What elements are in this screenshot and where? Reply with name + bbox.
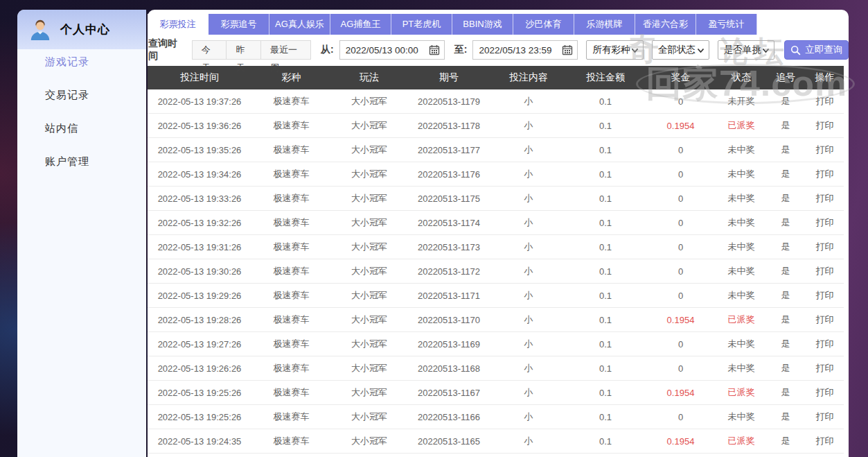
filter-select-2[interactable]: 全部状态 xyxy=(652,40,709,60)
cell-amount: 0.1 xyxy=(567,193,644,204)
cell-play: 大小冠军 xyxy=(331,338,407,350)
tab-1[interactable]: 彩票投注 xyxy=(148,14,209,35)
cell-period: 20220513-1168 xyxy=(407,363,490,374)
cell-period: 20220513-1174 xyxy=(407,218,490,228)
from-date-input[interactable]: 2022/05/13 00:00 xyxy=(339,40,445,60)
cell-status: 未中奖 xyxy=(717,362,765,374)
cell-prize: 0 xyxy=(644,363,717,374)
cell-status: 已派奖 xyxy=(717,386,765,399)
cell-prize: 0 xyxy=(644,145,717,155)
cell-amount: 0.1 xyxy=(567,266,644,277)
table-row: 2022-05-13 19:33:26极速赛车大小冠军20220513-1175… xyxy=(148,187,844,211)
search-icon xyxy=(790,45,801,55)
print-link[interactable]: 打印 xyxy=(816,290,834,300)
sidebar-item-1[interactable]: 游戏记录 xyxy=(17,45,146,78)
print-link[interactable]: 打印 xyxy=(816,411,834,422)
cell-lottery: 极速赛车 xyxy=(251,313,331,326)
tab-3[interactable]: AG真人娱乐 xyxy=(269,14,330,35)
cell-chase: 是 xyxy=(765,241,806,253)
cell-content: 小 xyxy=(490,144,567,156)
cell-chase: 是 xyxy=(765,289,806,302)
to-date-value: 2022/05/13 23:59 xyxy=(479,45,556,55)
cell-chase: 是 xyxy=(765,95,806,107)
cell-amount: 0.1 xyxy=(567,145,644,155)
tab-2[interactable]: 彩票追号 xyxy=(209,14,269,35)
print-link[interactable]: 打印 xyxy=(816,217,834,227)
table-header-row: 投注时间彩种玩法期号投注内容投注金额奖金状态追号操作 xyxy=(148,66,844,89)
cell-chase: 是 xyxy=(765,216,806,229)
cell-lottery: 极速赛车 xyxy=(251,192,331,205)
filter-select-value: 全部状态 xyxy=(658,44,696,56)
table-row: 2022-05-13 19:26:26极速赛车大小冠军20220513-1168… xyxy=(148,356,844,381)
print-link[interactable]: 打印 xyxy=(816,338,834,349)
cell-lottery: 极速赛车 xyxy=(251,95,331,107)
calendar-icon[interactable] xyxy=(429,44,440,55)
cell-prize: 0.1954 xyxy=(644,436,717,447)
column-header-3: 玩法 xyxy=(331,71,407,84)
cell-time: 2022-05-13 19:34:26 xyxy=(148,169,251,180)
cell-prize: 0 xyxy=(644,412,717,422)
cell-status: 已派奖 xyxy=(717,435,765,447)
print-link[interactable]: 打印 xyxy=(816,169,834,179)
print-link[interactable]: 打印 xyxy=(816,96,834,106)
print-link[interactable]: 打印 xyxy=(816,120,834,130)
tab-8[interactable]: 乐游棋牌 xyxy=(574,14,635,35)
bets-table: 投注时间彩种玩法期号投注内容投注金额奖金状态追号操作 2022-05-13 19… xyxy=(148,66,844,454)
cell-status: 已派奖 xyxy=(717,313,765,326)
cell-chase: 是 xyxy=(765,168,806,180)
cell-time: 2022-05-13 19:31:26 xyxy=(148,242,251,252)
calendar-icon[interactable] xyxy=(562,44,573,55)
cell-action: 打印 xyxy=(806,241,844,253)
column-header-8: 状态 xyxy=(717,71,765,84)
cell-lottery: 极速赛车 xyxy=(251,119,331,132)
cell-content: 小 xyxy=(490,338,567,350)
cell-lottery: 极速赛车 xyxy=(251,289,331,302)
search-button-label: 立即查询 xyxy=(805,44,842,56)
table-row: 2022-05-13 19:25:26极速赛车大小冠军20220513-1167… xyxy=(148,381,844,405)
column-header-5: 投注内容 xyxy=(490,71,567,84)
to-date-input[interactable]: 2022/05/13 23:59 xyxy=(472,40,578,60)
cell-content: 小 xyxy=(490,168,567,180)
cell-lottery: 极速赛车 xyxy=(251,265,331,277)
print-link[interactable]: 打印 xyxy=(816,314,834,325)
quick-range-group: 今天昨天最近一周 xyxy=(193,40,311,60)
cell-lottery: 极速赛车 xyxy=(251,362,331,374)
tab-9[interactable]: 香港六合彩 xyxy=(635,14,696,35)
to-label: 至: xyxy=(454,44,468,56)
filter-select-1[interactable]: 所有彩种 xyxy=(586,40,644,60)
print-link[interactable]: 打印 xyxy=(816,193,834,203)
print-link[interactable]: 打印 xyxy=(816,436,834,446)
print-link[interactable]: 打印 xyxy=(816,363,834,373)
quick-range-button-2[interactable]: 昨天 xyxy=(226,40,261,60)
cell-action: 打印 xyxy=(806,313,844,326)
cell-lottery: 极速赛车 xyxy=(251,144,331,156)
tab-6[interactable]: BBIN游戏 xyxy=(452,14,513,35)
tab-5[interactable]: PT老虎机 xyxy=(391,14,452,35)
cell-status: 未中奖 xyxy=(717,338,765,350)
sidebar-item-4[interactable]: 账户管理 xyxy=(17,145,146,178)
print-link[interactable]: 打印 xyxy=(816,144,834,155)
chevron-down-icon xyxy=(631,46,639,54)
cell-play: 大小冠军 xyxy=(331,265,407,277)
search-button[interactable]: 立即查询 xyxy=(784,40,849,60)
cell-action: 打印 xyxy=(806,265,844,277)
tab-4[interactable]: AG捕鱼王 xyxy=(330,14,391,35)
tab-7[interactable]: 沙巴体育 xyxy=(513,14,574,35)
cell-prize: 0 xyxy=(644,96,717,107)
cell-amount: 0.1 xyxy=(567,96,644,107)
quick-range-button-1[interactable]: 今天 xyxy=(192,40,227,60)
print-link[interactable]: 打印 xyxy=(816,241,834,252)
cell-chase: 是 xyxy=(765,362,806,374)
tab-bar: 彩票投注彩票追号AG真人娱乐AG捕鱼王PT老虎机BBIN游戏沙巴体育乐游棋牌香港… xyxy=(148,14,849,35)
cell-status: 未中奖 xyxy=(717,144,765,156)
tab-10[interactable]: 盈亏统计 xyxy=(696,14,757,35)
cell-action: 打印 xyxy=(806,168,844,180)
print-link[interactable]: 打印 xyxy=(816,387,834,397)
print-link[interactable]: 打印 xyxy=(816,266,834,276)
sidebar-item-3[interactable]: 站内信 xyxy=(17,112,146,145)
cell-play: 大小冠军 xyxy=(331,435,407,447)
filter-select-3[interactable]: 是否单挑 xyxy=(718,40,775,60)
cell-content: 小 xyxy=(490,362,567,374)
quick-range-button-3[interactable]: 最近一周 xyxy=(260,40,311,60)
sidebar-item-2[interactable]: 交易记录 xyxy=(17,78,146,112)
